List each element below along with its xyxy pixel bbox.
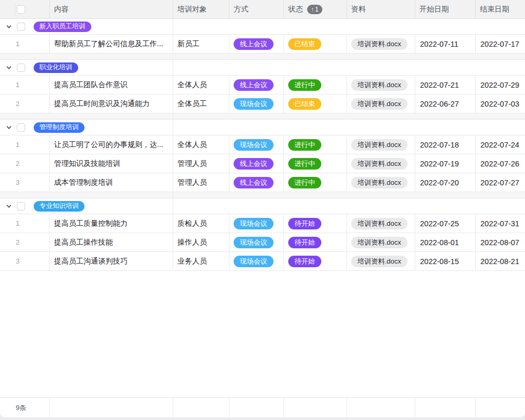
cell-content[interactable]: 让员工明了公司的办事规则，达... bbox=[50, 135, 173, 154]
row-number: 1 bbox=[0, 35, 50, 54]
row-number: 1 bbox=[0, 135, 50, 154]
cell-start-date[interactable]: 2022-08-15 bbox=[415, 252, 476, 271]
cell-start-date[interactable]: 2022-06-27 bbox=[415, 94, 476, 113]
cell-status[interactable]: 待开始 bbox=[284, 233, 347, 252]
cell-content[interactable]: 提高员工时间意识及沟通能力 bbox=[50, 94, 173, 113]
footer-cell bbox=[476, 398, 525, 417]
cell-status[interactable]: 进行中 bbox=[284, 135, 347, 154]
cell-content[interactable]: 管理知识及技能培训 bbox=[50, 154, 173, 173]
cell-target[interactable]: 管理人员 bbox=[173, 154, 229, 173]
cell-target[interactable]: 质检人员 bbox=[173, 214, 229, 233]
cell-status[interactable]: 待开始 bbox=[284, 214, 347, 233]
attachment-chip[interactable]: 培训资料.docx bbox=[351, 177, 407, 188]
cell-material[interactable]: 培训资料.docx bbox=[347, 173, 415, 192]
column-header-status[interactable]: 状态 ↑ 1 bbox=[284, 0, 347, 18]
group-checkbox[interactable] bbox=[17, 202, 25, 211]
group-spacer bbox=[0, 192, 525, 198]
cell-material[interactable]: 培训资料.docx bbox=[347, 214, 415, 233]
attachment-chip[interactable]: 培训资料.docx bbox=[351, 98, 407, 110]
cell-content[interactable]: 帮助新员工了解公司信息及工作... bbox=[50, 35, 173, 54]
cell-end-date[interactable]: 2022-07-24 bbox=[476, 135, 525, 154]
cell-target[interactable]: 操作人员 bbox=[173, 233, 229, 252]
table-footer: 9条 bbox=[0, 397, 525, 417]
table-row: 1让员工明了公司的办事规则，达...全体人员现场会议进行中培训资料.docx20… bbox=[0, 135, 525, 154]
chevron-down-icon[interactable] bbox=[5, 64, 13, 71]
cell-start-date[interactable]: 2022-07-20 bbox=[415, 173, 476, 192]
column-header-material[interactable]: 资料 bbox=[347, 0, 415, 18]
cell-end-date[interactable]: 2022-07-26 bbox=[476, 154, 525, 173]
cell-end-date[interactable]: 2022-07-27 bbox=[476, 173, 525, 192]
cell-start-date[interactable]: 2022-07-11 bbox=[415, 35, 476, 54]
cell-content[interactable]: 提高员工操作技能 bbox=[50, 233, 173, 252]
cell-start-date[interactable]: 2022-07-21 bbox=[415, 76, 476, 94]
cell-content[interactable]: 成本管理制度培训 bbox=[50, 173, 173, 192]
cell-target[interactable]: 管理人员 bbox=[173, 173, 229, 192]
cell-method[interactable]: 线上会议 bbox=[229, 76, 284, 94]
attachment-chip[interactable]: 培训资料.docx bbox=[351, 158, 407, 170]
cell-content[interactable]: 提高员工团队合作意识 bbox=[50, 76, 173, 94]
method-tag: 线上会议 bbox=[234, 177, 274, 188]
cell-material[interactable]: 培训资料.docx bbox=[347, 252, 415, 271]
attachment-chip[interactable]: 培训资料.docx bbox=[351, 256, 407, 267]
cell-end-date[interactable]: 2022-07-03 bbox=[476, 94, 525, 113]
cell-target[interactable]: 全体员工 bbox=[173, 94, 229, 113]
cell-status[interactable]: 已结束 bbox=[284, 35, 347, 54]
column-header-start-date[interactable]: 开始日期 bbox=[415, 0, 476, 18]
cell-method[interactable]: 线上会议 bbox=[229, 35, 284, 54]
cell-method[interactable]: 现场会议 bbox=[229, 214, 284, 233]
cell-status[interactable]: 进行中 bbox=[284, 154, 347, 173]
column-header-target[interactable]: 培训对象 bbox=[173, 0, 229, 18]
group-checkbox[interactable] bbox=[17, 64, 25, 72]
cell-status[interactable]: 待开始 bbox=[284, 252, 347, 271]
cell-status[interactable]: 已结束 bbox=[284, 94, 347, 113]
cell-target[interactable]: 全体人员 bbox=[173, 135, 229, 154]
cell-end-date[interactable]: 2022-08-07 bbox=[476, 233, 525, 252]
cell-method[interactable]: 线上会议 bbox=[229, 154, 284, 173]
chevron-down-icon[interactable] bbox=[5, 203, 13, 210]
cell-material[interactable]: 培训资料.docx bbox=[347, 76, 415, 94]
cell-method[interactable]: 现场会议 bbox=[229, 135, 284, 154]
footer-cell bbox=[284, 398, 347, 417]
cell-method[interactable]: 现场会议 bbox=[229, 233, 284, 252]
attachment-chip[interactable]: 培训资料.docx bbox=[351, 79, 407, 91]
cell-target[interactable]: 业务人员 bbox=[173, 252, 229, 271]
cell-end-date[interactable]: 2022-07-31 bbox=[476, 214, 525, 233]
cell-end-date[interactable]: 2022-08-21 bbox=[476, 252, 525, 271]
cell-method[interactable]: 现场会议 bbox=[229, 94, 284, 113]
attachment-chip[interactable]: 培训资料.docx bbox=[351, 139, 407, 151]
group-checkbox[interactable] bbox=[17, 123, 25, 132]
cell-material[interactable]: 培训资料.docx bbox=[347, 135, 415, 154]
record-count-cell: 9条 bbox=[0, 398, 50, 417]
chevron-down-icon[interactable] bbox=[5, 23, 13, 30]
cell-start-date[interactable]: 2022-08-01 bbox=[415, 233, 476, 252]
chevron-down-icon[interactable] bbox=[5, 124, 13, 131]
cell-content[interactable]: 提高员工质量控制能力 bbox=[50, 214, 173, 233]
column-header-end-date[interactable]: 结束日期 bbox=[476, 0, 525, 18]
sort-count: 1 bbox=[315, 6, 319, 13]
cell-start-date[interactable]: 2022-07-25 bbox=[415, 214, 476, 233]
row-number: 3 bbox=[0, 173, 50, 192]
group-checkbox[interactable] bbox=[17, 23, 25, 31]
cell-method[interactable]: 现场会议 bbox=[229, 252, 284, 271]
cell-start-date[interactable]: 2022-07-18 bbox=[415, 135, 476, 154]
cell-end-date[interactable]: 2022-07-17 bbox=[476, 35, 525, 54]
cell-status[interactable]: 进行中 bbox=[284, 76, 347, 94]
cell-content[interactable]: 提高员工沟通谈判技巧 bbox=[50, 252, 173, 271]
cell-method[interactable]: 线上会议 bbox=[229, 173, 284, 192]
column-header-content[interactable]: 内容 bbox=[50, 0, 173, 18]
cell-material[interactable]: 培训资料.docx bbox=[347, 94, 415, 113]
cell-material[interactable]: 培训资料.docx bbox=[347, 35, 415, 54]
cell-target[interactable]: 全体人员 bbox=[173, 76, 229, 94]
cell-start-date[interactable]: 2022-07-19 bbox=[415, 154, 476, 173]
cell-material[interactable]: 培训资料.docx bbox=[347, 154, 415, 173]
cell-status[interactable]: 进行中 bbox=[284, 173, 347, 192]
column-header-method[interactable]: 方式 bbox=[229, 0, 284, 18]
cell-material[interactable]: 培训资料.docx bbox=[347, 233, 415, 252]
select-all-checkbox[interactable] bbox=[17, 5, 25, 14]
attachment-chip[interactable]: 培训资料.docx bbox=[351, 218, 407, 229]
attachment-chip[interactable]: 培训资料.docx bbox=[351, 38, 407, 50]
sort-indicator-badge[interactable]: ↑ 1 bbox=[307, 5, 322, 14]
attachment-chip[interactable]: 培训资料.docx bbox=[351, 237, 407, 248]
cell-target[interactable]: 新员工 bbox=[173, 35, 229, 54]
cell-end-date[interactable]: 2022-07-29 bbox=[476, 76, 525, 94]
